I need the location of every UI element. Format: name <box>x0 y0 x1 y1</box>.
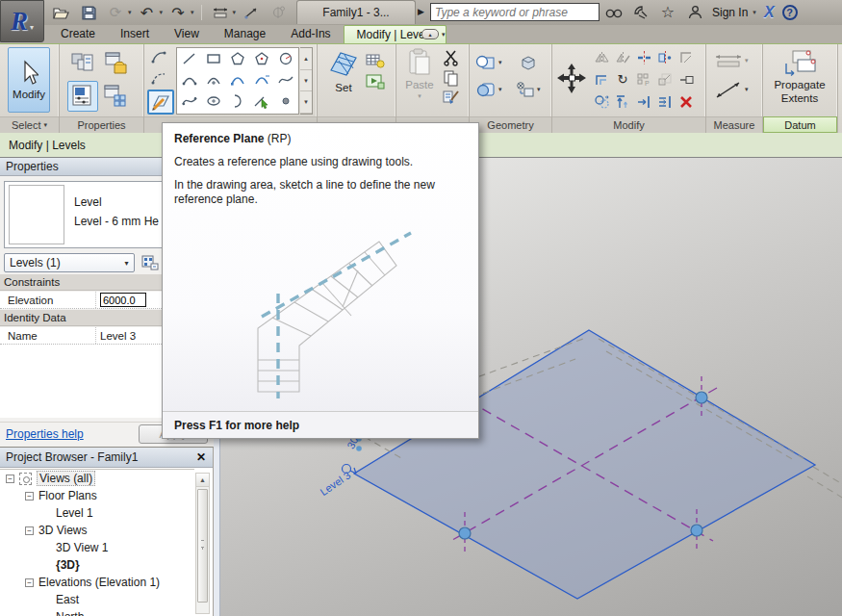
draw-inscribed-polygon-tool[interactable] <box>225 48 249 69</box>
void-forms-button[interactable]: ▾ <box>516 81 541 98</box>
paste-button[interactable]: Paste ▾ <box>401 48 438 100</box>
show-work-plane-button[interactable] <box>366 52 385 69</box>
combo-caret-icon[interactable]: ▾ <box>119 259 134 268</box>
tab-scroll-right-icon[interactable]: ▶ <box>418 7 424 16</box>
draw-tangent-arc-tool[interactable] <box>225 69 249 90</box>
measure-panel-label[interactable]: Measure <box>706 116 762 133</box>
open-icon[interactable] <box>50 2 73 23</box>
solid-forms-button[interactable] <box>516 54 541 71</box>
properties-panel-label[interactable]: Properties <box>60 116 143 133</box>
offset-button[interactable] <box>591 68 612 90</box>
new-family-button[interactable] <box>100 48 131 79</box>
draw-center-ends-arc-tool[interactable] <box>201 69 225 90</box>
pick-lines-tool[interactable] <box>250 90 274 112</box>
tree-item-north[interactable]: North <box>0 608 194 616</box>
tree-item-level-1[interactable]: Level 1 <box>0 504 194 522</box>
dimension-caret-icon[interactable]: ▾ <box>233 9 237 16</box>
cut-geometry-button[interactable]: ▾ <box>475 54 502 71</box>
select-panel-label[interactable]: Select▾ <box>0 116 59 133</box>
instance-filter-combo[interactable]: Levels (1) ▾ <box>4 253 135 272</box>
user-icon[interactable] <box>685 3 704 22</box>
measure-distance-button[interactable]: ▾ <box>714 52 749 69</box>
family-category-button[interactable] <box>100 81 131 112</box>
modify-tool-button[interactable]: Modify <box>8 47 50 113</box>
aligned-dimension-button[interactable]: ▾ <box>714 79 749 100</box>
tab-insert[interactable]: Insert <box>108 25 162 43</box>
tree-item-views[interactable]: − Views (all) <box>0 470 194 487</box>
ribbon-minimize-toggle[interactable]: ▴ ▾ <box>421 29 446 39</box>
modify-panel-label[interactable]: Modify <box>552 116 705 133</box>
tree-scrollbar-thumb[interactable] <box>197 489 208 603</box>
draw-spline-tool[interactable] <box>274 69 298 90</box>
gallery-expand-icon[interactable]: ▼ <box>300 91 312 114</box>
tab-create[interactable]: Create <box>48 25 108 43</box>
collapse-icon[interactable]: − <box>25 492 34 500</box>
dimension-tool-icon[interactable] <box>209 2 232 23</box>
draw-partial-ellipse-tool[interactable] <box>225 90 249 112</box>
tab-add-ins[interactable]: Add-Ins <box>278 25 343 43</box>
tree-item-east[interactable]: East <box>0 591 194 608</box>
reference-plane-tool-button[interactable] <box>147 90 174 115</box>
elevation-input[interactable] <box>100 293 146 307</box>
undo-icon[interactable]: ↶ <box>136 2 159 23</box>
datum-panel-label[interactable]: Datum <box>763 116 837 133</box>
name-value[interactable]: Level 3 <box>96 330 136 342</box>
dashed-curve-tool[interactable] <box>147 68 172 88</box>
redo-caret-icon[interactable]: ▾ <box>191 9 194 16</box>
align-to-edge-button[interactable] <box>633 90 654 113</box>
draw-circumscribed-polygon-tool[interactable] <box>250 48 274 69</box>
help-icon[interactable]: ? <box>782 5 798 20</box>
copy-button[interactable] <box>443 69 460 87</box>
favorites-star-icon[interactable]: ☆ <box>658 3 677 22</box>
scroll-up-icon[interactable]: ▲ <box>196 474 209 487</box>
propagate-extents-button[interactable]: Propagate Extents <box>767 48 832 104</box>
create-group-button[interactable] <box>591 90 612 113</box>
gallery-scroll-up-icon[interactable]: ▲ <box>300 48 312 70</box>
tree-item-3d-view-1[interactable]: 3D View 1 <box>0 539 194 556</box>
sign-in-button[interactable]: Sign In <box>712 6 748 19</box>
copy-to-level-button[interactable] <box>612 90 633 113</box>
level-label-text[interactable]: Level 3 <box>318 469 352 498</box>
draw-spline-points-tool[interactable] <box>177 90 201 112</box>
document-title-tab[interactable]: Family1 - 3... <box>296 0 416 24</box>
scale-button[interactable] <box>654 68 676 90</box>
gallery-scroll-down-icon[interactable]: ▼ <box>300 70 312 92</box>
pin-button[interactable] <box>676 68 697 90</box>
mirror-draw-button[interactable] <box>612 46 633 68</box>
move-button[interactable] <box>554 62 589 96</box>
collapse-icon[interactable]: − <box>25 578 34 587</box>
point-tool[interactable] <box>274 90 298 112</box>
set-work-plane-button[interactable]: Set <box>325 49 362 93</box>
draw-line-tool[interactable] <box>177 48 201 69</box>
rotate-button[interactable]: ↻ <box>612 68 633 90</box>
close-icon[interactable]: ✕ <box>193 450 209 464</box>
properties-help-link[interactable]: Properties help <box>6 427 84 441</box>
delete-button[interactable] <box>676 90 697 113</box>
communication-center-icon[interactable] <box>631 3 651 22</box>
application-menu-button[interactable]: R ▾ <box>0 0 44 42</box>
split-element-button[interactable] <box>633 46 654 68</box>
save-icon[interactable] <box>77 2 100 23</box>
mirror-axis-button[interactable] <box>591 46 612 68</box>
curve-points-tool[interactable] <box>147 47 172 66</box>
undo-caret-icon[interactable]: ▾ <box>160 9 164 16</box>
geometry-panel-label[interactable]: Geometry <box>470 116 551 133</box>
sync-caret-icon[interactable]: ▾ <box>128 9 132 16</box>
join-geometry-button[interactable]: ▾ <box>475 81 502 98</box>
sync-icon[interactable]: ⟳ <box>104 2 127 23</box>
multi-align-button[interactable] <box>654 90 676 113</box>
tree-scrollbar[interactable]: ▲ <box>195 473 210 614</box>
cut-button[interactable] <box>443 49 460 66</box>
draw-ellipse-tool[interactable] <box>201 90 225 112</box>
collapse-icon[interactable]: − <box>6 475 14 483</box>
section-tool-icon[interactable] <box>267 2 290 23</box>
sign-in-caret-icon[interactable]: ▾ <box>753 9 756 16</box>
edit-type-button[interactable] <box>140 253 160 272</box>
draw-fillet-arc-tool[interactable] <box>250 69 274 90</box>
exchange-apps-icon[interactable]: X <box>764 4 775 21</box>
search-input[interactable] <box>430 3 600 21</box>
redo-icon[interactable]: ↷ <box>166 2 190 23</box>
collapse-icon[interactable]: − <box>25 526 34 535</box>
tree-item-3d-views[interactable]: − 3D Views <box>0 522 194 539</box>
tree-item-elevations[interactable]: − Elevations (Elevation 1) <box>0 574 194 591</box>
